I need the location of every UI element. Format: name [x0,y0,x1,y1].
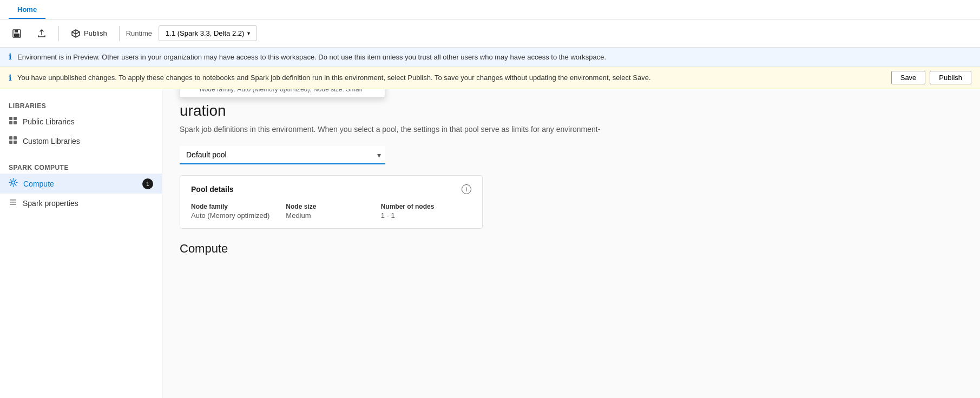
sidebar-item-spark-properties[interactable]: Spark properties [0,194,162,213]
pool-details-grid: Node family Auto (Memory optimized) Node… [191,203,471,220]
export-button[interactable] [31,25,52,42]
pool-details-card: Pool details i Node family Auto (Memory … [180,175,483,229]
compute-label: Compute [23,180,54,188]
custom-libraries-icon [9,136,17,147]
sidebar: Libraries Public Libraries [0,89,162,398]
dropdown-item-custompool1[interactable]: custompool1 Node family: Auto (Memory op… [180,89,385,97]
notification-text-1: Environment is in Preview. Other users i… [17,53,606,61]
pool-details-header: Pool details i [191,184,471,194]
node-family-column: Node family Auto (Memory optimized) [191,203,281,220]
custompool1-desc: Node family: Auto (Memory optimized); No… [200,89,376,93]
page-description: Spark job definitions in this environmen… [180,124,963,135]
runtime-selector[interactable]: 1.1 (Spark 3.3, Delta 2.2) ▾ [159,25,257,41]
node-size-label: Node size [286,203,376,210]
node-family-value: Auto (Memory optimized) [191,211,281,220]
info-icon-1: ℹ [9,52,12,62]
num-nodes-value: 1 - 1 [381,211,471,220]
tab-bar: Home [0,0,980,19]
toolbar-divider2 [119,26,120,41]
pool-selector-container: Starter pool ✓ Default pool Node family:… [180,146,385,164]
spark-compute-section-title: Spark Compute [0,160,162,174]
svg-rect-10 [14,141,17,144]
public-libraries-icon [9,116,17,127]
spark-properties-label: Spark properties [23,199,78,208]
compute-section-title: Compute [180,242,963,256]
pool-select-input[interactable] [180,146,385,164]
save-button[interactable] [6,25,27,42]
svg-rect-6 [14,121,17,124]
compute-badge: 1 [142,178,153,189]
svg-rect-5 [9,121,12,124]
runtime-label: Runtime [126,29,152,37]
svg-rect-12 [10,200,16,201]
svg-rect-4 [14,117,17,120]
notification-bar-warn: ℹ You have unpublished changes. To apply… [0,67,980,89]
sidebar-item-compute[interactable]: Compute 1 [0,174,162,194]
sidebar-item-custom-libraries[interactable]: Custom Libraries [0,131,162,151]
main-layout: Libraries Public Libraries [0,89,980,398]
pool-select-wrapper: ▾ [180,146,385,164]
svg-point-11 [12,181,15,184]
svg-rect-1 [15,30,18,32]
publish-icon [71,29,81,38]
custom-libraries-label: Custom Libraries [23,137,80,145]
sidebar-item-public-libraries[interactable]: Public Libraries [0,112,162,131]
notification-text-2: You have unpublished changes. To apply t… [17,74,651,82]
node-family-label: Node family [191,203,281,210]
svg-rect-3 [9,117,12,120]
export-icon [37,29,47,38]
num-nodes-label: Number of nodes [381,203,471,210]
public-libraries-label: Public Libraries [23,117,75,126]
pool-details-info-icon[interactable]: i [462,184,471,194]
spark-properties-icon [9,198,17,209]
page-title: uration [180,102,963,120]
notification-bar-info: ℹ Environment is in Preview. Other users… [0,48,980,67]
svg-rect-8 [14,136,17,140]
compute-gear-icon [9,178,18,189]
chevron-down-icon: ▾ [247,30,250,36]
notification-actions: Save Publish [891,71,971,84]
pool-dropdown: Starter pool ✓ Default pool Node family:… [180,89,385,98]
toolbar: Publish Runtime 1.1 (Spark 3.3, Delta 2.… [0,19,980,48]
runtime-version: 1.1 (Spark 3.3, Delta 2.2) [166,29,244,37]
publish-label: Publish [84,29,107,37]
libraries-section-title: Libraries [0,98,162,112]
svg-rect-7 [9,136,12,140]
toolbar-divider [58,26,59,41]
svg-rect-13 [10,202,16,203]
info-icon-2: ℹ [9,73,12,83]
publish-button[interactable]: Publish [65,25,113,42]
num-nodes-column: Number of nodes 1 - 1 [381,203,471,220]
svg-rect-14 [10,204,16,205]
svg-rect-2 [14,34,19,37]
tab-home[interactable]: Home [9,1,45,19]
svg-rect-9 [9,141,12,144]
notif-save-button[interactable]: Save [891,71,926,84]
notif-publish-button[interactable]: Publish [930,71,971,84]
content-area: uration Spark job definitions in this en… [162,89,980,398]
save-icon [12,29,22,38]
node-size-value: Medium [286,211,376,220]
node-size-column: Node size Medium [286,203,376,220]
pool-details-title: Pool details [191,185,234,194]
